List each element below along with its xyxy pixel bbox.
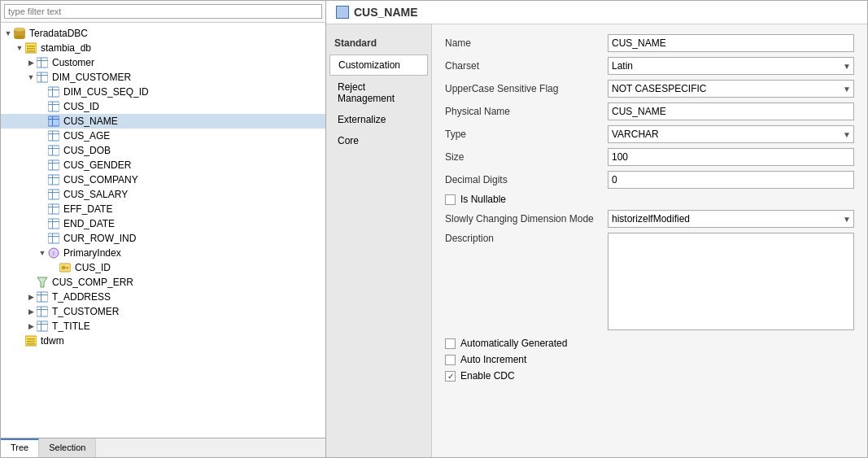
svg-rect-13 (48, 87, 59, 97)
svg-rect-64 (27, 341, 35, 342)
tree-item-TeradataDBC[interactable]: ▼ TeradataDBC (1, 26, 325, 41)
tree-icon-CUR_ROW_IND (48, 233, 61, 244)
tree-item-CUS_GENDER[interactable]: CUS_GENDER (1, 158, 325, 172)
tree-label-EFF_DATE: EFF_DATE (63, 203, 112, 215)
tree-item-PrimaryIndex[interactable]: ▼ i PrimaryIndex (1, 246, 325, 260)
tree-label-PrimaryIndex: PrimaryIndex (63, 247, 121, 259)
tabs-sidebar: StandardCustomizationReject ManagementEx… (326, 24, 432, 457)
svg-rect-19 (48, 116, 59, 126)
size-input[interactable] (608, 148, 854, 166)
tree-toggle-stambia_db[interactable]: ▼ (14, 44, 25, 52)
svg-rect-33 (52, 175, 53, 185)
tree-icon-CUS_AGE (48, 130, 61, 142)
bottom-tab-tree[interactable]: Tree (1, 438, 39, 457)
tree-label-DIM_CUSTOMER: DIM_CUSTOMER (52, 72, 131, 83)
tree-item-CUS_AGE[interactable]: CUS_AGE (1, 129, 325, 143)
tab-externalize[interactable]: Externalize (329, 110, 428, 129)
tree-toggle-DIM_CUSTOMER[interactable]: ▼ (25, 73, 37, 81)
tab-customization[interactable]: Customization (329, 55, 428, 76)
svg-rect-65 (27, 343, 35, 345)
tree-item-stambia_db[interactable]: ▼ stambia_db (1, 41, 325, 55)
filter-input[interactable] (4, 4, 322, 19)
tree-item-CUS_ID2[interactable]: CUS_ID (1, 260, 325, 275)
header-column-icon (336, 6, 349, 19)
description-label: Description (445, 233, 608, 244)
tree-label-T_ADDRESS: T_ADDRESS (52, 291, 111, 303)
tree-toggle-T_CUSTOMER[interactable]: ▶ (25, 308, 37, 316)
svg-rect-23 (48, 133, 59, 134)
tree-item-CUS_SALARY[interactable]: CUS_SALARY (1, 187, 325, 202)
physical-name-input[interactable] (608, 103, 854, 120)
tree-label-CUS_ID: CUS_ID (63, 101, 99, 112)
charset-select[interactable]: LatinUnicodeNone (608, 57, 854, 75)
svg-rect-45 (52, 233, 53, 243)
tree-toggle-T_ADDRESS[interactable]: ▶ (25, 293, 37, 301)
tree-icon-Customer (37, 57, 50, 68)
scd-mode-value-container: historizelfModifiedhistorizelfDifferentK… (608, 210, 854, 228)
tree-item-T_TITLE[interactable]: ▶ T_TITLE (1, 319, 325, 334)
tree-item-CUS_COMP_ERR[interactable]: CUS_COMP_ERR (1, 275, 325, 290)
charset-row: Charset LatinUnicodeNone ▼ (445, 57, 854, 75)
tree-icon-DIM_CUSTOMER (37, 72, 50, 83)
enable-cdc-checkbox[interactable] (445, 371, 456, 382)
tree-item-DIM_CUSTOMER[interactable]: ▼ DIM_CUSTOMER (1, 70, 325, 85)
tab-core[interactable]: Core (329, 131, 428, 150)
tree-toggle-T_TITLE[interactable]: ▶ (25, 322, 37, 330)
svg-rect-30 (52, 160, 53, 170)
type-select[interactable]: VARCHARCHARINTEGERDECIMALDATETIMESTAMP (608, 125, 854, 143)
tree-item-EFF_DATE[interactable]: EFF_DATE (1, 202, 325, 216)
description-textarea[interactable] (608, 233, 854, 330)
tree-label-CUS_AGE: CUS_AGE (63, 130, 110, 142)
tree-item-CUR_ROW_IND[interactable]: CUR_ROW_IND (1, 231, 325, 246)
tree-toggle-PrimaryIndex[interactable]: ▼ (37, 249, 48, 257)
is-nullable-checkbox[interactable] (445, 194, 456, 205)
uppercase-value-container: NOT CASESPECIFICCASESPECIFIC ▼ (608, 80, 854, 98)
svg-rect-51 (67, 268, 68, 270)
bottom-tab-selection[interactable]: Selection (39, 438, 96, 457)
tree-toggle-TeradataDBC[interactable]: ▼ (2, 29, 14, 37)
charset-value-container: LatinUnicodeNone ▼ (608, 57, 854, 75)
svg-rect-12 (41, 72, 41, 82)
name-input[interactable] (608, 34, 854, 52)
uppercase-select[interactable]: NOT CASESPECIFICCASESPECIFIC (608, 80, 854, 98)
tab-reject_management[interactable]: Reject Management (329, 77, 428, 108)
tree-item-CUS_NAME[interactable]: CUS_NAME (1, 114, 325, 129)
tree-icon-CUS_COMP_ERR (37, 277, 50, 288)
content-area: ▼ TeradataDBC ▼ stambia_db ▶ Customer ▼ … (1, 1, 867, 457)
svg-rect-15 (52, 87, 53, 97)
tree-label-tdwm: tdwm (41, 335, 64, 347)
svg-rect-6 (27, 50, 35, 52)
tree-item-CUS_ID[interactable]: CUS_ID (1, 99, 325, 114)
tree-item-tdwm[interactable]: tdwm (1, 334, 325, 348)
tree-item-T_CUSTOMER[interactable]: ▶ T_CUSTOMER (1, 304, 325, 319)
name-row: Name (445, 34, 854, 52)
tree-item-T_ADDRESS[interactable]: ▶ T_ADDRESS (1, 290, 325, 304)
tree-item-Customer[interactable]: ▶ Customer (1, 55, 325, 70)
tree-item-DIM_CUS_SEQ_ID[interactable]: DIM_CUS_SEQ_ID (1, 85, 325, 99)
left-panel: ▼ TeradataDBC ▼ stambia_db ▶ Customer ▼ … (1, 1, 326, 457)
tree-icon-T_CUSTOMER (37, 306, 50, 317)
decimal-digits-label: Decimal Digits (445, 174, 608, 185)
tree-label-CUS_COMP_ERR: CUS_COMP_ERR (52, 277, 133, 288)
svg-rect-61 (41, 321, 41, 331)
tree-label-stambia_db: stambia_db (41, 42, 91, 54)
name-label: Name (445, 37, 608, 49)
tree-item-CUS_COMPANY[interactable]: CUS_COMPANY (1, 172, 325, 187)
svg-rect-41 (48, 221, 59, 222)
auto-increment-checkbox[interactable] (445, 355, 456, 365)
type-label: Type (445, 129, 608, 140)
svg-rect-7 (37, 58, 48, 68)
svg-rect-10 (37, 72, 48, 82)
main-window: ▼ TeradataDBC ▼ stambia_db ▶ Customer ▼ … (0, 0, 868, 458)
tree-label-CUS_ID2: CUS_ID (75, 262, 111, 273)
decimal-digits-input[interactable] (608, 171, 854, 189)
tree-item-END_DATE[interactable]: END_DATE (1, 216, 325, 231)
tree-item-CUS_DOB[interactable]: CUS_DOB (1, 143, 325, 158)
tree-toggle-Customer[interactable]: ▶ (25, 59, 37, 67)
svg-rect-35 (48, 192, 59, 193)
svg-rect-38 (48, 207, 59, 207)
is-nullable-label: Is Nullable (460, 194, 506, 205)
scd-mode-select[interactable]: historizelfModifiedhistorizelfDifferentK… (608, 210, 854, 228)
auto-increment-row: Auto Increment (445, 354, 854, 365)
auto-generated-checkbox[interactable] (445, 338, 456, 349)
